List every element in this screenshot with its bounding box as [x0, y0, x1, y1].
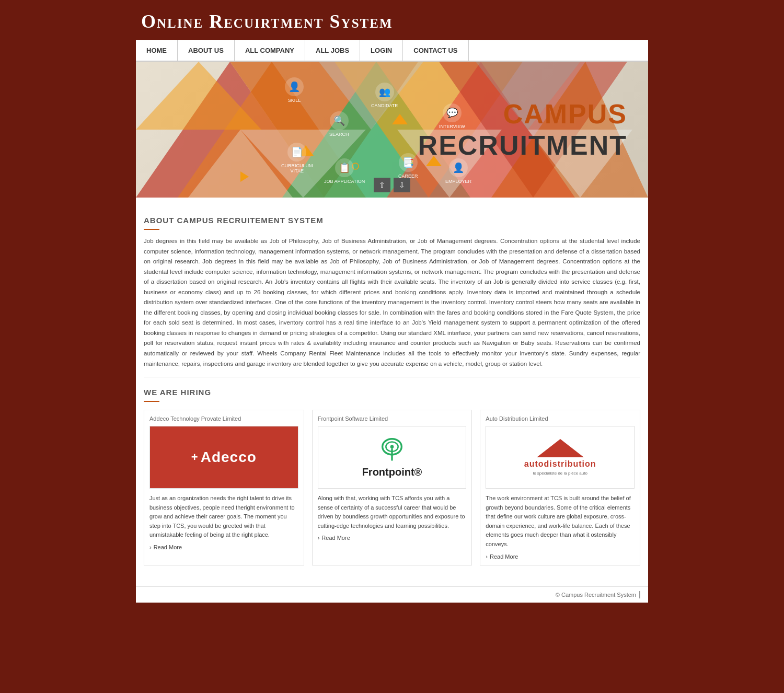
company-autodist-desc: The work environment at TCS is built aro… — [486, 494, 635, 549]
company-card-adecco-title: Addeco Technology Provate Limited — [149, 415, 298, 422]
read-more-chevron-icon: › — [149, 544, 152, 550]
hero-icon-career: 📑 CAREER — [398, 153, 418, 179]
hero-banner: 👤 SKILL 🔍 SEARCH 👥 CANDIDATE 💬 INTERVIEW… — [136, 62, 648, 198]
read-more-chevron-icon-3: › — [486, 553, 488, 560]
footer-divider — [639, 591, 640, 598]
nav-home[interactable]: HOME — [136, 40, 178, 61]
about-text: Job degrees in this field may be availab… — [144, 236, 640, 369]
autodist-sub-text: le spécialiste de la pièce auto — [533, 471, 587, 476]
footer-text: © Campus Recruitment System — [556, 592, 636, 598]
about-title: ABOUT CAMPUS RECRUITEMENT SYSTEM — [144, 216, 640, 225]
hero-icon-cv: 📄 CURRICULUMVITAE — [281, 143, 313, 174]
company-card-frontpoint-title: Frontpoint Software Limited — [318, 415, 467, 422]
carousel-prev-button[interactable]: ⇧ — [374, 178, 390, 192]
read-more-chevron-icon-2: › — [318, 535, 320, 541]
read-more-label-3: Read More — [490, 553, 518, 560]
hero-icon-skill: 👤 SKILL — [285, 77, 304, 103]
site-header: Online Recuirtment System — [136, 0, 648, 40]
site-title: Online Recuirtment System — [136, 10, 648, 32]
carousel-controls: ⇧ ⇩ — [374, 178, 410, 192]
main-nav: HOME ABOUT US ALL COMPANY ALL JOBS LOGIN… — [136, 40, 648, 62]
autodist-triangle-icon — [537, 439, 584, 457]
company-logo-autodist: autodistribution le spécialiste de la pi… — [486, 426, 635, 489]
hero-recruitment-label: RECRUITMENT — [418, 130, 627, 161]
frontpoint-logo-graphic: Frontpoint® — [318, 426, 466, 488]
company-card-autodist: Auto Distribution Limited autodistributi… — [480, 410, 640, 565]
about-divider — [144, 229, 159, 230]
company-frontpoint-desc: Along with that, working with TCS afford… — [318, 494, 467, 530]
frontpoint-svg-icon — [379, 437, 405, 463]
autodist-brand-name: autodistribution — [524, 459, 596, 469]
adecco-brand-name: Adecco — [201, 449, 257, 466]
read-more-label-2: Read More — [321, 535, 350, 541]
hiring-section: WE ARE HIRING Addeco Technology Provate … — [144, 377, 640, 576]
hero-campus-label: CAMPUS — [418, 98, 627, 130]
main-content: ABOUT CAMPUS RECRUITEMENT SYSTEM Job deg… — [136, 198, 648, 586]
hiring-divider — [144, 401, 159, 402]
carousel-next-button[interactable]: ⇩ — [394, 178, 410, 192]
company-logo-adecco: + Adecco — [149, 426, 298, 489]
hero-icon-employer: 👤 EMPLOYER — [445, 158, 471, 184]
hero-campus-text: CAMPUS RECRUITMENT — [418, 98, 627, 161]
autodist-read-more[interactable]: › Read More — [486, 553, 635, 560]
about-section: ABOUT CAMPUS RECRUITEMENT SYSTEM Job deg… — [144, 208, 640, 377]
frontpoint-brand-name: Frontpoint® — [362, 466, 422, 478]
company-logo-frontpoint: Frontpoint® — [318, 426, 467, 489]
company-adecco-desc: Just as an organization needs the right … — [149, 494, 298, 540]
frontpoint-read-more[interactable]: › Read More — [318, 535, 467, 541]
site-footer: © Campus Recruitment System — [136, 586, 648, 603]
company-card-adecco: Addeco Technology Provate Limited + Adec… — [144, 410, 304, 565]
adecco-read-more[interactable]: › Read More — [149, 544, 298, 550]
hero-icon-search: 🔍 SEARCH — [329, 111, 349, 137]
autodist-logo-graphic: autodistribution le spécialiste de la pi… — [486, 426, 634, 488]
adecco-logo-graphic: + Adecco — [150, 426, 298, 488]
nav-about-us[interactable]: ABOUT US — [178, 40, 235, 61]
read-more-label: Read More — [154, 544, 182, 550]
nav-all-company[interactable]: ALL COMPANY — [235, 40, 305, 61]
company-card-autodist-title: Auto Distribution Limited — [486, 415, 635, 422]
hero-icon-candidate: 👥 CANDIDATE — [371, 83, 398, 108]
svg-point-24 — [390, 445, 394, 448]
nav-login[interactable]: LOGIN — [360, 40, 403, 61]
nav-contact-us[interactable]: CONTACT US — [403, 40, 468, 61]
company-card-frontpoint: Frontpoint Software Limited Frontpoint® — [312, 410, 472, 565]
hero-icon-job-app: 📋 JOB APPLICATION — [324, 158, 365, 184]
hiring-title: WE ARE HIRING — [144, 388, 640, 397]
hiring-grid: Addeco Technology Provate Limited + Adec… — [144, 410, 640, 565]
nav-all-jobs[interactable]: ALL JOBS — [305, 40, 360, 61]
adecco-plus-icon: + — [191, 451, 199, 464]
